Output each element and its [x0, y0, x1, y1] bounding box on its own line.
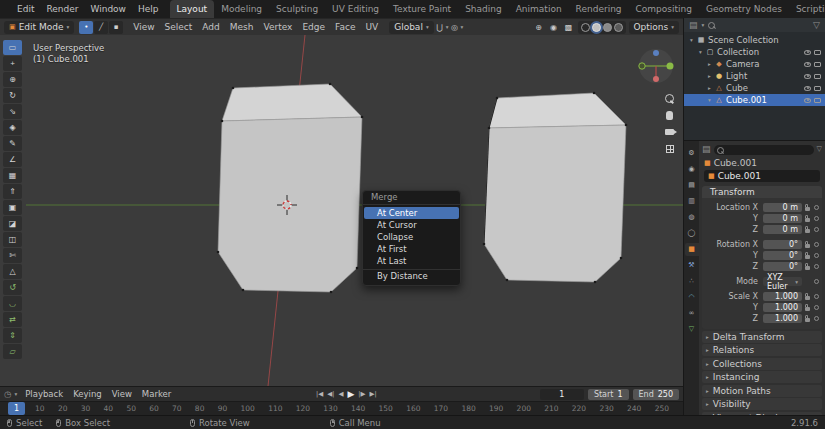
- prop-value-field[interactable]: 0 m: [763, 225, 802, 235]
- animate-dot[interactable]: [812, 316, 820, 321]
- disable-render-icon[interactable]: [814, 50, 821, 55]
- playhead[interactable]: 1: [8, 402, 25, 415]
- animate-dot[interactable]: [812, 264, 820, 269]
- hide-viewport-icon[interactable]: [804, 50, 811, 55]
- tool-smooth[interactable]: ◡: [3, 296, 22, 311]
- start-frame-field[interactable]: Start1: [588, 389, 629, 400]
- animate-dot[interactable]: [812, 305, 820, 310]
- outliner-row-camera[interactable]: ▸ ◆ Camera: [684, 58, 825, 70]
- prop-value-field[interactable]: 0 m: [763, 214, 802, 224]
- timeline-ruler[interactable]: 1102030405060708090100110120130140150160…: [0, 401, 683, 415]
- current-frame-field[interactable]: 1: [540, 389, 584, 400]
- tool-measure[interactable]: ∠: [3, 152, 22, 167]
- outliner-row-collection[interactable]: ▾ ▢ Collection: [684, 46, 825, 58]
- prop-value-field[interactable]: 1.000: [763, 292, 802, 302]
- transform-panel-header[interactable]: Transform: [702, 186, 822, 198]
- outliner-row-light[interactable]: ▸ ● Light: [684, 70, 825, 82]
- prop-tab-render[interactable]: ◉: [685, 163, 699, 176]
- mode-selector[interactable]: ▣ Edit Mode ▾: [4, 21, 74, 34]
- tl-btn-jump-to-end[interactable]: ▶|: [370, 387, 377, 401]
- workspace-tab-texture-paint[interactable]: Texture Paint: [386, 0, 458, 18]
- tool-inset-faces[interactable]: ▣: [3, 200, 22, 215]
- shading-rendered-button[interactable]: [614, 23, 623, 32]
- merge-menu-item-at-cursor[interactable]: At Cursor: [363, 219, 460, 231]
- show-gizmo-icon[interactable]: ⊕: [533, 21, 545, 34]
- search-icon[interactable]: [708, 22, 715, 29]
- disclosure-icon[interactable]: ▾: [696, 49, 705, 55]
- merge-menu-item-at-first[interactable]: At First: [363, 243, 460, 255]
- properties-search-input[interactable]: [714, 145, 814, 155]
- animate-dot[interactable]: [812, 253, 820, 258]
- mesh-cube-left[interactable]: [217, 83, 364, 294]
- tl-btn-next-keyframe[interactable]: |▶: [358, 387, 365, 401]
- topbar-menu-window[interactable]: Window: [84, 0, 132, 18]
- outliner-row-cube-001[interactable]: ▾ △ Cube.001: [684, 94, 825, 106]
- rotation-mode-dropdown[interactable]: XYZ Euler ▾: [763, 277, 802, 287]
- workspace-tab-uv-editing[interactable]: UV Editing: [325, 0, 386, 18]
- prop-tab-world[interactable]: ◯: [685, 227, 699, 240]
- chevron-down-icon[interactable]: ▾: [702, 22, 705, 28]
- tool-cursor[interactable]: +: [3, 56, 22, 71]
- workspace-tab-compositing[interactable]: Compositing: [629, 0, 699, 18]
- tool-add-cube[interactable]: ▦: [3, 168, 22, 183]
- tool-annotate[interactable]: ✎: [3, 136, 22, 151]
- prop-tab-particles[interactable]: ∴: [685, 275, 699, 288]
- viewport-menu-face[interactable]: Face: [330, 19, 360, 36]
- proportional-chevron-icon[interactable]: ▾: [460, 24, 463, 30]
- lock-icon[interactable]: [802, 305, 812, 311]
- topbar-menu-render[interactable]: Render: [40, 0, 84, 18]
- prop-tab-physics[interactable]: ◠: [685, 291, 699, 304]
- tool-knife[interactable]: ✄: [3, 248, 22, 263]
- tool-shear[interactable]: ▱: [3, 344, 22, 359]
- viewport-menu-mesh[interactable]: Mesh: [225, 19, 259, 36]
- merge-menu-item-at-center[interactable]: At Center: [364, 207, 459, 219]
- disable-render-icon[interactable]: [814, 86, 821, 91]
- disclosure-icon[interactable]: ▾: [687, 37, 696, 43]
- animate-dot[interactable]: [812, 216, 820, 221]
- tool-move[interactable]: ⊕: [3, 72, 22, 87]
- workspace-tab-sculpting[interactable]: Sculpting: [269, 0, 325, 18]
- pan-hand-icon[interactable]: [662, 108, 677, 122]
- animate-dot[interactable]: [812, 294, 820, 299]
- disclosure-icon[interactable]: ▸: [705, 61, 714, 67]
- disable-render-icon[interactable]: [814, 98, 821, 103]
- tl-btn-play-reverse[interactable]: ◀: [338, 387, 343, 401]
- tool-rotate[interactable]: ↻: [3, 88, 22, 103]
- face-select-mode-button[interactable]: ▪: [109, 21, 123, 34]
- properties-editor-icon[interactable]: ▤: [702, 145, 711, 154]
- hide-viewport-icon[interactable]: [804, 74, 811, 79]
- hide-viewport-icon[interactable]: [804, 62, 811, 67]
- options-dropdown[interactable]: Options ▾: [629, 21, 680, 34]
- lock-icon[interactable]: [802, 216, 812, 222]
- show-overlays-icon[interactable]: ◉: [548, 21, 560, 34]
- prop-value-field[interactable]: 0°: [763, 262, 802, 272]
- hide-viewport-icon[interactable]: [804, 86, 811, 91]
- shading-wireframe-button[interactable]: [581, 23, 590, 32]
- disclosure-icon[interactable]: ▸: [705, 73, 714, 79]
- toggle-xray-icon[interactable]: ▩: [563, 21, 575, 34]
- tool-extrude-region[interactable]: ⇑: [3, 184, 22, 199]
- collapsed-section-relations[interactable]: ▸ Relations: [702, 344, 822, 356]
- filter-icon[interactable]: ▽: [817, 146, 822, 153]
- breadcrumb-object-name[interactable]: Cube.001: [714, 158, 757, 168]
- lock-icon[interactable]: [802, 205, 812, 211]
- prop-value-field[interactable]: 0°: [763, 251, 802, 261]
- tool-shrink-fatten[interactable]: ⇕: [3, 328, 22, 343]
- disclosure-icon[interactable]: ▾: [705, 97, 714, 103]
- camera-view-icon[interactable]: [662, 125, 677, 139]
- prop-tab-scene[interactable]: ◍: [685, 211, 699, 224]
- animate-dot[interactable]: [812, 242, 820, 247]
- animate-dot[interactable]: [812, 279, 820, 284]
- disable-render-icon[interactable]: [814, 62, 821, 67]
- zoom-icon[interactable]: [662, 91, 677, 105]
- collapsed-section-visibility[interactable]: ▸ Visibility: [702, 398, 822, 410]
- viewport-canvas[interactable]: [0, 35, 683, 386]
- edge-select-mode-button[interactable]: ╱: [94, 21, 108, 34]
- timeline-menu-playback[interactable]: Playback: [20, 387, 68, 402]
- tl-btn-prev-keyframe[interactable]: ◀|: [327, 387, 334, 401]
- viewport-menu-view[interactable]: View: [128, 19, 159, 36]
- collapsed-section-instancing[interactable]: ▸ Instancing: [702, 371, 822, 383]
- collapsed-section-delta-transform[interactable]: ▸ Delta Transform: [702, 331, 822, 343]
- lock-icon[interactable]: [802, 264, 812, 270]
- merge-menu-item-collapse[interactable]: Collapse: [363, 231, 460, 243]
